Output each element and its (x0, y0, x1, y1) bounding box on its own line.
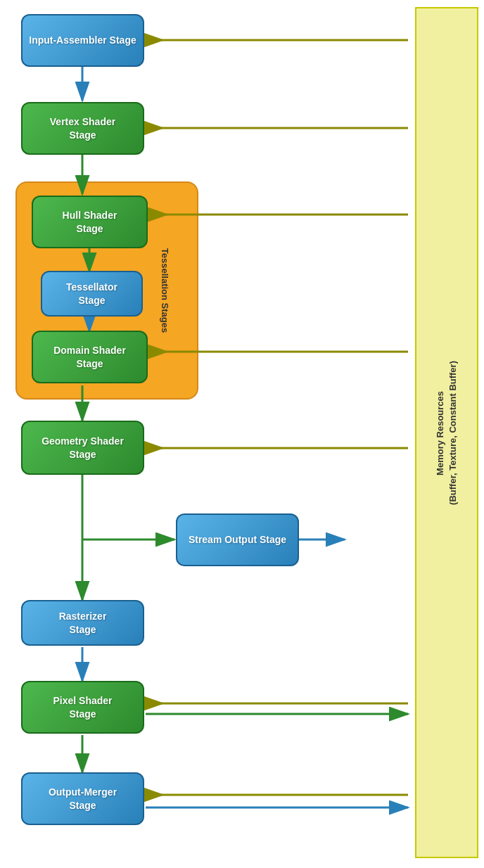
diagram-container: Memory Resources(Buffer, Texture, Consta… (0, 0, 484, 868)
tessellator-stage: TessellatorStage (41, 271, 143, 317)
domain-shader-stage: Domain ShaderStage (32, 331, 148, 383)
vertex-shader-stage: Vertex ShaderStage (21, 102, 144, 155)
hull-shader-stage: Hull ShaderStage (32, 196, 148, 248)
geometry-shader-stage: Geometry ShaderStage (21, 421, 144, 475)
rasterizer-stage: RasterizerStage (21, 600, 144, 646)
pixel-shader-stage: Pixel ShaderStage (21, 681, 144, 734)
memory-panel-label: Memory Resources(Buffer, Texture, Consta… (434, 361, 459, 505)
output-merger-stage: Output-MergerStage (21, 772, 144, 825)
tessellation-label: Tessellation Stages (159, 248, 170, 333)
memory-panel: Memory Resources(Buffer, Texture, Consta… (415, 7, 478, 858)
stream-output-stage: Stream Output Stage (176, 513, 299, 566)
input-assembler-stage: Input-Assembler Stage (21, 14, 144, 67)
